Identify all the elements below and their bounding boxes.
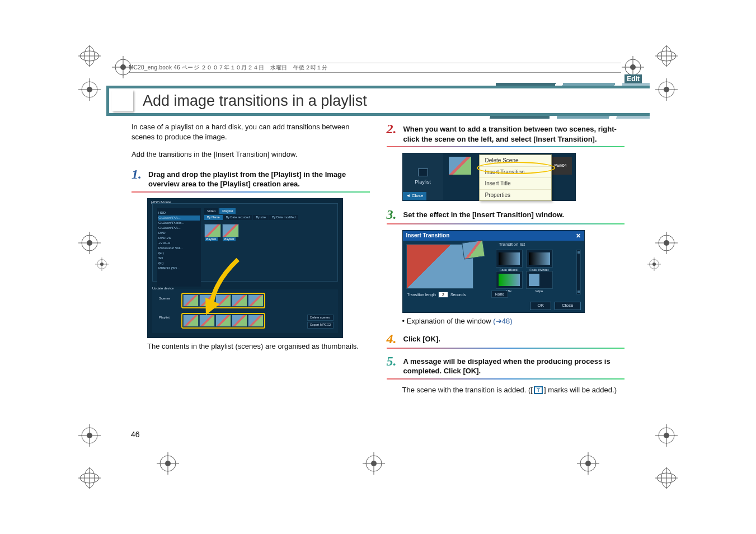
screenshot-1-caption: The contents in the playlist (scenes) ar… <box>147 341 370 352</box>
step-number-3: 3. <box>387 208 399 221</box>
step-number-4: 4. <box>387 332 399 345</box>
register-target-icon <box>655 232 678 254</box>
print-header-line: MC20_eng.book 46 ページ ２００７年１０月２４日 水曜日 午後２… <box>129 63 621 73</box>
step-3: 3. Set the effect in the [Insert Transit… <box>387 208 625 221</box>
section-tab-label: Edit <box>624 74 642 83</box>
playlist-label: Playlist <box>159 315 170 320</box>
crop-mark-icon <box>78 467 101 489</box>
title-decor-square <box>112 90 133 111</box>
register-target-icon <box>363 452 385 475</box>
intro-text-1: In case of a playlist on a hard disk, yo… <box>132 122 370 142</box>
left-column: In case of a playlist on a hard disk, yo… <box>132 122 370 395</box>
dialog-titlebar: Insert Transition ✕ <box>403 231 584 241</box>
register-target-icon <box>95 257 109 271</box>
divider-rule <box>387 378 625 380</box>
playlist-icon <box>418 168 428 176</box>
register-target-icon <box>78 424 101 447</box>
step-4: 4. Click [OK]. <box>387 332 625 345</box>
ok-button[interactable]: OK <box>530 302 551 310</box>
scenes-label: Scenes <box>159 296 170 301</box>
register-target-icon <box>655 78 678 101</box>
bullet-explanation: • Explanation of the window (➔48) <box>402 316 625 326</box>
transition-list-label: Transition list <box>499 242 525 248</box>
divider-rule <box>387 348 625 349</box>
step-number-1: 1. <box>132 167 144 189</box>
crop-mark-icon <box>655 467 678 489</box>
device-tree: HDD C:\Users\P\A... C:\Users\Public... C… <box>157 208 201 287</box>
page-number: 46 <box>131 430 140 439</box>
step-4-text: Click [OK]. <box>403 332 625 345</box>
register-target-icon <box>647 257 661 271</box>
transition-preview <box>406 244 473 289</box>
dialog-title: Insert Transition <box>406 232 450 240</box>
none-button[interactable]: None <box>491 291 509 298</box>
length-spinner[interactable]: 2 <box>438 292 448 298</box>
step-2-text: When you want to add a transition betwee… <box>403 122 625 144</box>
timeline-buttons: Delete scenes Export MPEG2 <box>307 315 334 329</box>
step-number-5: 5. <box>387 354 399 376</box>
tile-mix[interactable]: Mix <box>496 271 523 289</box>
intro-text-2: Add the transitions in the [Insert Trans… <box>132 149 370 160</box>
screenshot-context-menu: Playlist ◄ Close Park04 Delete Scene Ins… <box>402 153 576 201</box>
screenshot-insert-transition: Insert Transition ✕ Transition list Fade… <box>402 230 585 313</box>
step-1-text: Drag and drop the playlist from the [Pla… <box>148 167 370 189</box>
step-3-text: Set the effect in the [Insert Transition… <box>403 208 625 221</box>
tile-fade-black[interactable]: Fade (Black) <box>496 250 523 268</box>
step-5-text: A message will be displayed when the pro… <box>403 354 625 376</box>
transition-tiles: Fade (Black) Fade (White) Mix Wipe <box>496 250 553 289</box>
right-column: 2. When you want to add a transition bet… <box>387 122 625 395</box>
crop-mark-icon <box>78 45 101 67</box>
menu-delete-scene[interactable]: Delete Scene <box>480 155 551 167</box>
transition-length-row: Transition length 2 Seconds <box>407 292 466 298</box>
timeline-area: Scenes Playlist Delete scenes Export MPE… <box>152 289 338 333</box>
playlist-thumbnails: Playlist1 Playlist2 <box>204 224 239 237</box>
divider-rule <box>132 191 370 193</box>
final-note: The scene with the transition is added. … <box>402 385 625 395</box>
register-target-icon <box>78 78 101 101</box>
step-2: 2. When you want to add a transition bet… <box>387 122 625 144</box>
menu-insert-transition[interactable]: Insert Transition <box>480 167 551 179</box>
register-target-icon <box>157 452 179 475</box>
register-target-icon <box>78 232 101 254</box>
close-button[interactable]: ◄ Close <box>403 192 427 200</box>
menu-insert-title[interactable]: Insert Title <box>480 178 551 190</box>
playlist-label: Playlist <box>415 179 431 185</box>
register-target-icon <box>577 452 599 475</box>
screenshot-playlist-app: HDD Movie HDD C:\Users\P\A... C:\Users\P… <box>147 198 343 338</box>
scene-thumbnail <box>449 157 471 175</box>
tile-wipe[interactable]: Wipe <box>526 271 553 289</box>
crop-mark-icon <box>655 45 678 67</box>
menu-properties[interactable]: Properties <box>480 190 551 201</box>
sort-tabs: By Name By Date recorded By size By Date… <box>204 215 298 220</box>
close-icon[interactable]: ✕ <box>576 232 581 240</box>
scrollbar[interactable] <box>576 250 581 294</box>
step-5: 5. A message will be displayed when the … <box>387 354 625 376</box>
page-title: Add image transitions in a playlist <box>143 92 367 110</box>
step-1: 1. Drag and drop the playlist from the [… <box>132 167 370 189</box>
register-target-icon <box>655 424 678 447</box>
divider-rule <box>387 146 625 147</box>
context-menu[interactable]: Delete Scene Insert Transition Insert Ti… <box>479 154 552 201</box>
tile-fade-white[interactable]: Fade (White) <box>526 250 553 268</box>
scene-thumbnail-right: Park04 <box>550 157 572 175</box>
page-link-48[interactable]: (➔48) <box>493 317 512 325</box>
page-title-bar: Add image transitions in a playlist <box>106 86 650 116</box>
view-tabs: Video Playlist <box>204 208 236 214</box>
divider-rule <box>387 223 625 224</box>
step-number-2: 2. <box>387 122 399 144</box>
transition-mark-icon <box>534 386 543 394</box>
close-button[interactable]: Close <box>555 302 580 310</box>
